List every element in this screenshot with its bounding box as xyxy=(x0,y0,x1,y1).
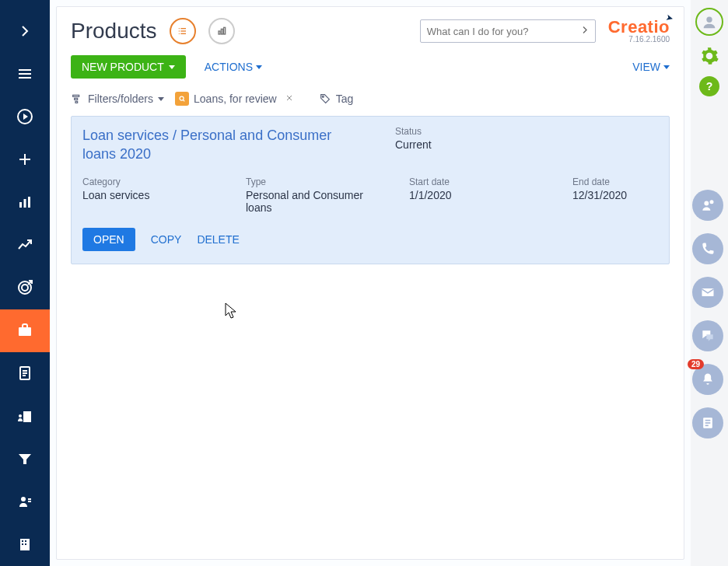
chat-fab[interactable] xyxy=(692,320,723,351)
feed-fab[interactable] xyxy=(692,407,723,438)
filters-folders-button[interactable]: Filters/folders xyxy=(71,93,164,105)
caret-down-icon xyxy=(663,65,670,69)
type-field: Type Personal and Consumer loans xyxy=(246,176,394,214)
new-product-button[interactable]: NEW PRODUCT xyxy=(71,55,186,79)
end-date-value: 12/31/2020 xyxy=(572,189,691,201)
analytics-view-toggle[interactable] xyxy=(208,18,235,44)
active-folder-chip[interactable]: Loans, for review xyxy=(175,91,297,107)
svg-rect-8 xyxy=(24,199,26,208)
caret-down-icon xyxy=(256,65,262,69)
svg-point-32 xyxy=(178,28,179,29)
svg-rect-40 xyxy=(75,101,78,103)
nav-run[interactable] xyxy=(0,95,50,138)
copy-button[interactable]: COPY xyxy=(151,233,182,246)
svg-rect-37 xyxy=(223,27,225,34)
phone-icon xyxy=(700,241,716,257)
record-title[interactable]: Loan services / Personal and Consumer lo… xyxy=(82,126,347,164)
copy-label: COPY xyxy=(151,233,182,246)
building-icon xyxy=(16,535,34,554)
open-button[interactable]: OPEN xyxy=(82,228,135,251)
search-input[interactable] xyxy=(420,19,596,43)
feed-icon xyxy=(700,415,716,431)
nav-menu[interactable] xyxy=(0,52,50,95)
nav-analytics[interactable] xyxy=(0,223,50,266)
nav-org[interactable] xyxy=(0,395,50,438)
status-value: Current xyxy=(395,138,488,151)
avatar-icon xyxy=(701,13,718,30)
caret-down-icon xyxy=(158,97,164,101)
record-card[interactable]: Loan services / Personal and Consumer lo… xyxy=(71,116,670,264)
actions-dropdown[interactable]: ACTIONS xyxy=(205,61,262,73)
nav-products-section[interactable] xyxy=(0,309,50,352)
trend-icon xyxy=(16,236,34,254)
end-date-field: End date 12/31/2020 xyxy=(572,176,691,214)
left-nav xyxy=(0,0,50,566)
svg-marker-4 xyxy=(23,114,28,120)
document-icon xyxy=(16,364,34,383)
svg-rect-39 xyxy=(75,98,78,100)
contact-fab[interactable] xyxy=(692,190,723,221)
svg-point-33 xyxy=(178,30,179,31)
svg-rect-38 xyxy=(73,95,79,96)
header: Products Creatio ➤ xyxy=(71,18,670,44)
funnel-icon xyxy=(16,449,34,468)
menu-icon xyxy=(16,65,34,83)
brand-version: 7.16.2.1600 xyxy=(628,36,670,44)
person-chat-icon xyxy=(700,197,716,213)
svg-rect-18 xyxy=(23,411,31,422)
phone-fab[interactable] xyxy=(692,233,723,264)
org-icon xyxy=(16,407,34,425)
profile-avatar[interactable] xyxy=(695,8,723,36)
action-row: NEW PRODUCT ACTIONS VIEW xyxy=(71,55,670,79)
svg-point-34 xyxy=(178,33,179,34)
nav-expand[interactable] xyxy=(0,9,50,52)
nav-funnel[interactable] xyxy=(0,438,50,480)
brand-logo: Creatio ➤ xyxy=(608,19,670,36)
view-dropdown[interactable]: VIEW xyxy=(632,61,670,73)
end-date-label: End date xyxy=(572,176,691,187)
mail-icon xyxy=(700,285,716,300)
tag-label: Tag xyxy=(336,93,354,105)
notifications-fab[interactable]: 29 xyxy=(692,364,723,395)
nav-user[interactable] xyxy=(0,480,50,523)
close-icon xyxy=(285,93,294,103)
tag-filter-button[interactable]: Tag xyxy=(319,93,354,105)
chevron-right-icon[interactable] xyxy=(579,24,591,39)
help-button[interactable]: ? xyxy=(699,76,719,96)
open-label: OPEN xyxy=(93,233,124,246)
new-product-label: NEW PRODUCT xyxy=(82,61,164,73)
user-icon xyxy=(16,492,34,511)
status-field: Status Current xyxy=(395,126,488,164)
svg-rect-25 xyxy=(22,540,23,542)
nav-add[interactable] xyxy=(0,138,50,180)
bird-icon: ➤ xyxy=(665,13,674,23)
app-root: Products Creatio ➤ xyxy=(0,0,728,566)
svg-point-46 xyxy=(706,17,712,23)
settings-button[interactable] xyxy=(697,44,722,68)
svg-rect-27 xyxy=(22,543,23,545)
mail-fab[interactable] xyxy=(692,277,723,308)
bell-icon xyxy=(700,372,716,387)
nav-target[interactable] xyxy=(0,266,50,309)
svg-rect-9 xyxy=(28,197,30,208)
nav-dept[interactable] xyxy=(0,523,50,566)
clear-folder-button[interactable] xyxy=(282,91,297,107)
type-value: Personal and Consumer loans xyxy=(246,189,386,214)
svg-rect-36 xyxy=(221,29,222,34)
filters-folders-label: Filters/folders xyxy=(88,93,153,105)
notification-badge: 29 xyxy=(688,359,704,369)
svg-rect-26 xyxy=(25,540,26,542)
delete-button[interactable]: DELETE xyxy=(197,233,239,246)
filter-row: Filters/folders Loans, for review Tag xyxy=(71,91,670,107)
start-date-label: Start date xyxy=(409,176,557,187)
actions-label: ACTIONS xyxy=(205,61,253,73)
start-date-field: Start date 1/1/2020 xyxy=(409,176,557,214)
category-value: Loan services xyxy=(82,189,222,201)
nav-documents[interactable] xyxy=(0,352,50,395)
card-actions: OPEN COPY DELETE xyxy=(82,228,658,251)
status-label: Status xyxy=(395,126,488,137)
cursor-icon xyxy=(225,302,239,321)
nav-charts[interactable] xyxy=(0,180,50,223)
list-view-toggle[interactable] xyxy=(170,18,196,44)
svg-point-45 xyxy=(322,96,324,97)
